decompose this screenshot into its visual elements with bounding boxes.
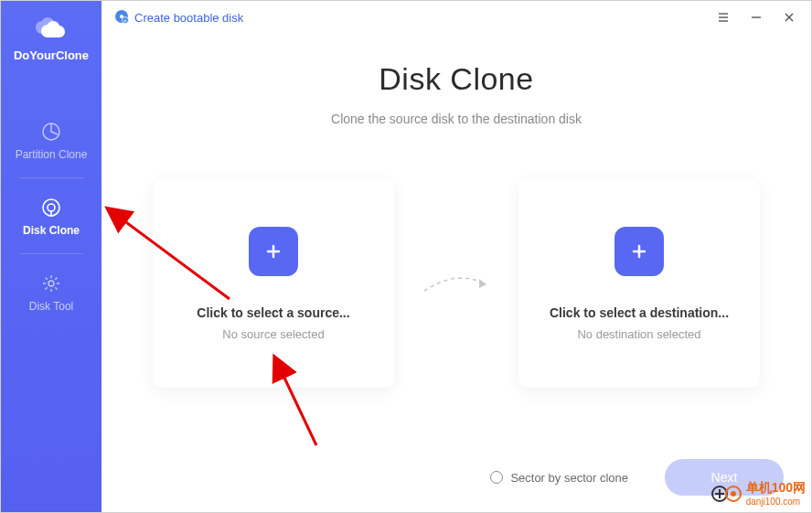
- nav-label: Disk Clone: [23, 224, 80, 237]
- page-title: Disk Clone: [138, 61, 775, 97]
- nav-disk-tool[interactable]: Disk Tool: [1, 258, 102, 326]
- source-card[interactable]: Click to select a source... No source se…: [153, 179, 394, 388]
- destination-card[interactable]: Click to select a destination... No dest…: [518, 179, 760, 388]
- create-bootable-disk-link[interactable]: ▸ Create bootable disk: [114, 9, 243, 27]
- sector-label: Sector by sector clone: [510, 471, 628, 485]
- svg-text:▸: ▸: [124, 17, 127, 23]
- svg-point-3: [48, 281, 54, 286]
- menu-button[interactable]: [714, 8, 732, 27]
- sector-by-sector-radio[interactable]: Sector by sector clone: [490, 471, 628, 485]
- watermark-url: danji100.com: [746, 497, 806, 507]
- logo-icon: [35, 17, 68, 41]
- main: ▸ Create bootable disk: [102, 1, 811, 512]
- close-button[interactable]: [780, 8, 798, 27]
- svg-point-2: [48, 204, 55, 211]
- nav-label: Disk Tool: [29, 300, 73, 313]
- radio-icon: [490, 471, 503, 484]
- source-title: Click to select a source...: [197, 305, 349, 320]
- minimize-button[interactable]: [747, 8, 765, 27]
- watermark-text: 单机100网: [746, 480, 806, 497]
- content: Disk Clone Clone the source disk to the …: [102, 34, 811, 512]
- app-name: DoYourClone: [14, 48, 89, 62]
- app-logo: DoYourClone: [14, 17, 89, 62]
- sidebar: DoYourClone Partition Clone Dis: [1, 1, 102, 512]
- partition-icon: [40, 121, 62, 143]
- disk-clone-icon: [40, 197, 62, 219]
- disk-icon: ▸: [114, 9, 129, 27]
- watermark: 单机100网 danji100.com: [711, 480, 806, 507]
- nav-partition-clone[interactable]: Partition Clone: [1, 106, 102, 174]
- gear-icon: [40, 273, 62, 294]
- watermark-icon: [711, 484, 743, 504]
- nav-disk-clone[interactable]: Disk Clone: [1, 182, 102, 250]
- direction-arrow-icon: [411, 265, 502, 302]
- add-source-button[interactable]: [249, 227, 298, 276]
- divider: [19, 177, 83, 178]
- svg-point-26: [731, 491, 736, 497]
- cards-row: Click to select a source... No source se…: [138, 179, 775, 388]
- dest-sub: No destination selected: [577, 327, 700, 341]
- source-sub: No source selected: [222, 327, 324, 341]
- page-subtitle: Clone the source disk to the destination…: [138, 112, 775, 126]
- divider: [19, 253, 83, 254]
- nav-label: Partition Clone: [16, 148, 88, 161]
- dest-title: Click to select a destination...: [550, 305, 729, 320]
- add-destination-button[interactable]: [614, 227, 664, 276]
- boot-link-label: Create bootable disk: [134, 11, 243, 25]
- titlebar: ▸ Create bootable disk: [102, 1, 811, 34]
